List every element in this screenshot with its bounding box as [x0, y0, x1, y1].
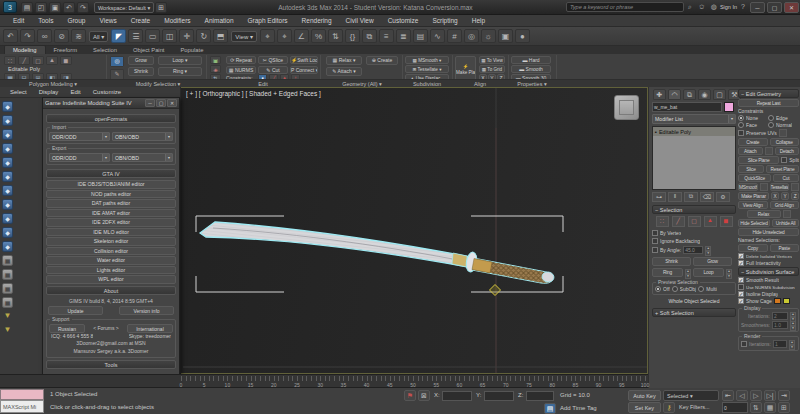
- ring-button[interactable]: Ring ▾: [158, 67, 202, 76]
- gims-editor-button-dat-paths-editor[interactable]: DAT paths editor: [46, 199, 176, 208]
- preserve-uvs-settings-icon[interactable]: [779, 129, 787, 137]
- snaps-toggle-icon[interactable]: ⌖: [277, 29, 292, 43]
- y-coord-field[interactable]: [484, 391, 514, 401]
- scroll-down-icon[interactable]: ▼: [2, 325, 13, 336]
- loop-button[interactable]: Loop: [693, 268, 724, 277]
- open-file-icon[interactable]: ◰: [35, 2, 47, 13]
- view-cube[interactable]: [614, 95, 639, 120]
- modifier-stack-item[interactable]: ▪ Editable Poly: [653, 127, 735, 136]
- menu-item-customize[interactable]: Customize: [381, 17, 426, 24]
- go-to-start-icon[interactable]: ⇤: [722, 390, 734, 401]
- preview-off-radio[interactable]: [655, 286, 661, 292]
- selection-rollout-header[interactable]: − Selection: [652, 205, 736, 214]
- layer-props-icon[interactable]: ▦: [2, 297, 13, 308]
- constraint-none-radio[interactable]: [738, 115, 744, 121]
- gims-import-obn-dropdown[interactable]: OBN/OBD▼: [112, 132, 173, 141]
- scroll-up-icon[interactable]: ▼: [2, 311, 13, 322]
- polygon-mode-icon[interactable]: ▲: [46, 56, 58, 65]
- search-icon[interactable]: ⌕: [685, 2, 695, 12]
- layer-manager-icon[interactable]: ≣: [396, 29, 411, 43]
- grow-button[interactable]: Grow: [693, 257, 732, 266]
- element-mode-icon[interactable]: ◼: [60, 56, 72, 65]
- repeat-button[interactable]: ⟳ Repeat: [226, 56, 256, 64]
- smoothness-spinner[interactable]: ▲▼: [790, 321, 796, 329]
- msmooth-button[interactable]: ▩ MSmooth ▾: [405, 56, 449, 64]
- hide-unselected-button[interactable]: Hide Unselected: [738, 228, 799, 236]
- by-angle-field[interactable]: 45.0: [683, 246, 703, 254]
- workspace-dropdown[interactable]: Workspace: Default ▾: [94, 2, 154, 13]
- attach-button[interactable]: ✎ Attach ▾: [326, 67, 362, 76]
- slice-plane-button[interactable]: Slice Plane: [738, 156, 779, 164]
- hard-button[interactable]: ▬ Hard: [511, 56, 551, 64]
- menu-item-create[interactable]: Create: [124, 17, 158, 24]
- rectangular-selection-region-icon[interactable]: ▭: [145, 29, 160, 43]
- layer-add-icon[interactable]: ▦: [2, 269, 13, 280]
- create-button[interactable]: ⊕ Create: [366, 56, 398, 65]
- star-icon[interactable]: ✩: [697, 2, 707, 12]
- next-frame-icon[interactable]: ▷|: [764, 390, 776, 401]
- x-coord-field[interactable]: [442, 391, 472, 401]
- gims-editor-button-skeleton-editor[interactable]: Skeleton editor: [46, 237, 176, 246]
- menu-item-edit[interactable]: Edit: [6, 17, 31, 24]
- smoothness-field[interactable]: 1.0: [772, 321, 788, 329]
- curve-editor-icon[interactable]: ∿: [430, 29, 445, 43]
- render-iterations-field[interactable]: 1: [773, 340, 787, 348]
- gims-editor-button-ide-amat-editor[interactable]: IDE AMAT editor: [46, 209, 176, 218]
- repeat-last-button[interactable]: Repeat Last: [738, 99, 799, 107]
- full-interactivity-checkbox[interactable]: ✓: [738, 260, 744, 266]
- zoom-extents-icon[interactable]: ▦: [764, 402, 776, 413]
- to-view-button[interactable]: ▦ To View: [479, 56, 505, 64]
- swift-loop-button[interactable]: ⚡Swift Loop: [290, 56, 318, 64]
- gims-minimize-button[interactable]: ─: [145, 99, 155, 107]
- remove-modifier-icon[interactable]: ⌫: [700, 192, 714, 202]
- cut-button[interactable]: Cut: [773, 174, 799, 182]
- gims-editor-button-ide-2dfx-editor[interactable]: IDE 2DFX editor: [46, 218, 176, 227]
- workspace-extra-icon[interactable]: ⊞: [155, 2, 167, 13]
- detach-button[interactable]: Detach: [775, 147, 800, 155]
- edge-mode-icon[interactable]: ╱: [18, 56, 30, 65]
- auto-key-button[interactable]: Auto Key: [628, 390, 661, 401]
- scene-explorer-menu-display[interactable]: Display: [33, 89, 65, 95]
- configure-sets-icon[interactable]: ⚙: [716, 192, 730, 202]
- gims-close-button[interactable]: ✕: [167, 99, 177, 107]
- gims-import-dropdown[interactable]: ODR/ODD▼: [49, 132, 110, 141]
- reset-plane-button[interactable]: Reset Plane: [766, 165, 799, 173]
- material-editor-icon[interactable]: ◎: [464, 29, 479, 43]
- select-and-move-icon[interactable]: ✛: [179, 29, 194, 43]
- tessellate-settings-icon[interactable]: [791, 183, 799, 191]
- planar-y-button[interactable]: Y: [781, 192, 789, 200]
- iterations-spinner[interactable]: ▲▼: [790, 312, 796, 320]
- isoline-display-checkbox[interactable]: ✓: [738, 291, 744, 297]
- show-end-result-icon[interactable]: ‖: [668, 192, 682, 202]
- gims-update-button[interactable]: Update: [48, 306, 103, 315]
- qslice-button[interactable]: ✂ QSlice: [258, 56, 288, 64]
- display-shapes-icon[interactable]: ◆: [2, 213, 13, 224]
- viewport-label[interactable]: [ + ] [ Orthographic ] [ Shaded + Edged …: [186, 90, 321, 97]
- pivot-gizmo[interactable]: [490, 285, 501, 296]
- ribbon-tab-freeform[interactable]: Freeform: [46, 46, 86, 54]
- by-angle-checkbox[interactable]: [652, 247, 658, 253]
- relax-button[interactable]: ▦ Relax ▾: [326, 56, 362, 65]
- render-production-icon[interactable]: ●: [515, 29, 530, 43]
- planar-z-button[interactable]: Z: [791, 192, 799, 200]
- modify-tab[interactable]: ◠: [668, 89, 681, 100]
- quickslice-button[interactable]: QuickSlice: [738, 174, 771, 182]
- paste-button[interactable]: Paste: [770, 244, 800, 252]
- create-tab[interactable]: ✚: [653, 89, 666, 100]
- preserve-uvs-checkbox[interactable]: [738, 130, 744, 136]
- gims-version-info-button[interactable]: Version info: [119, 306, 174, 315]
- display-cameras-icon[interactable]: ◆: [2, 241, 13, 252]
- relax-settings-icon[interactable]: [783, 210, 791, 218]
- render-iterations-checkbox[interactable]: [741, 341, 747, 347]
- ribbon-tab-object-paint[interactable]: Object Paint: [125, 46, 173, 54]
- save-file-icon[interactable]: ▣: [49, 2, 61, 13]
- maxscript-macro-recorder[interactable]: [0, 389, 44, 400]
- split-checkbox[interactable]: [781, 157, 787, 163]
- border-subobject-icon[interactable]: ▢: [688, 216, 701, 227]
- menu-item-modifiers[interactable]: Modifiers: [157, 17, 197, 24]
- grid-align-button[interactable]: Grid Align: [770, 201, 800, 209]
- show-cage-icon[interactable]: ◈: [210, 65, 221, 73]
- spinner-snap-icon[interactable]: ⇅: [328, 29, 343, 43]
- gims-editor-button-water-editor[interactable]: Water editor: [46, 256, 176, 265]
- create-lights-icon[interactable]: ◆: [2, 129, 13, 140]
